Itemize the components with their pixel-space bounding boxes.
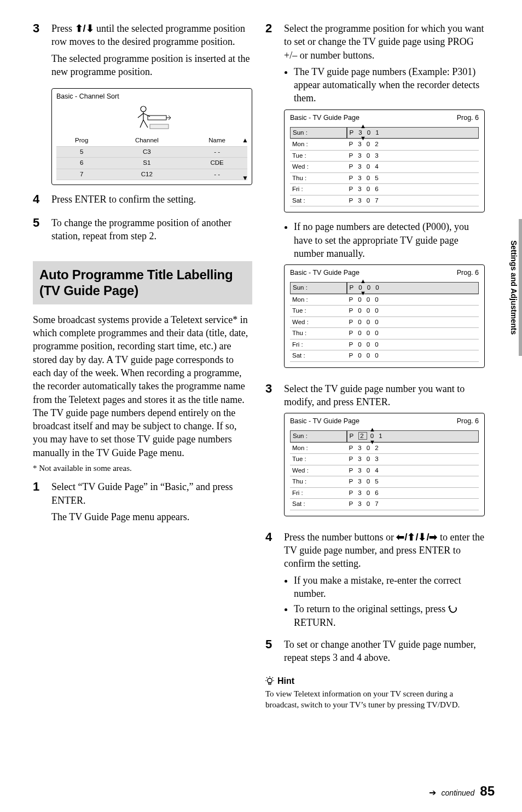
footer: ➔ continued 85 [429,782,495,800]
bullet-item: If no page numbers are detected (P000), … [294,220,485,260]
bullet-item: The TV guide page numbers (Example: P301… [294,65,485,105]
caret-up-icon: ▲ [369,427,375,433]
table-row: Wed :P 3 0 4 [290,161,479,172]
bullet-item: To return to the original settings, pres… [294,602,485,629]
tv-guide-panel: Basic - TV Guide Page Prog. 6 ▲ Sun :P 0… [284,264,485,367]
svg-point-0 [141,106,146,112]
step-text: Select “TV Guide Page” in “Basic,” and p… [51,480,252,507]
panel-title: Basic - TV Guide Page [290,113,359,123]
step-number: 3 [33,22,43,82]
tv-guide-table: Sun :P 3 0 1 Mon :P 3 0 2 Tue :P 3 0 3 W… [290,127,479,207]
table-row: 5 C3 - - [56,146,247,158]
step-text: To change the programme position of anot… [51,216,252,243]
caret-down-icon: ▼ [360,135,366,141]
sidebar-tab: Settings and Adjustments [509,219,522,356]
sidebar-indicator [519,219,522,356]
step-2-right: 2 Select the programme position for whic… [265,22,485,376]
table-row: Wed :P 0 0 0 [290,316,479,328]
table-row: Sun : P 2 0 1 [290,430,479,442]
hint-bulb-icon [265,676,274,686]
body-paragraph: Some broadcast systems provide a Teletex… [33,313,252,459]
continued-label: continued [442,788,475,798]
step-3-left: 3 Press ⬆/⬇ until the selected programme… [33,22,252,82]
step-5-left: 5 To change the programme position of an… [33,216,252,246]
tv-guide-table: Sun :P 0 0 0 Mon :P 0 0 0 Tue :P 0 0 0 W… [290,282,479,362]
panel-title: Basic - TV Guide Page [290,268,359,278]
step-3-right: 3 Select the TV guide page number you wa… [265,382,485,524]
svg-rect-2 [150,124,169,129]
page-number: 85 [480,782,495,800]
channel-sort-table: Prog Channel Name 5 C3 - - 6 S1 CDE [56,135,247,180]
table-row: Fri :P 3 0 6 [290,487,479,499]
hint-heading: Hint [265,675,485,687]
step-number: 3 [265,382,275,524]
table-row: Mon :P 0 0 0 [290,294,479,306]
col-header: Channel [107,135,187,146]
table-row: Mon :P 3 0 2 [290,442,479,454]
step-number: 1 [33,480,43,527]
tv-guide-table: Sun : P 2 0 1 Mon :P 3 0 2 Tue :P 3 0 3 … [290,430,479,510]
table-row: Fri :P 3 0 6 [290,183,479,195]
table-row: Sun :P 3 0 1 [290,127,479,139]
step-text: The TV Guide Page menu appears. [51,510,252,523]
step-4-left: 4 Press ENTER to confirm the setting. [33,193,252,209]
step-4-right: 4 Press the number buttons or ⬅/⬆/⬇/➡ to… [265,531,485,631]
hint-text: To view Teletext information on your TV … [265,688,485,711]
svg-rect-4 [269,683,271,684]
bullet-item: If you make a mistake, re-enter the corr… [294,574,485,601]
continued-arrow-icon: ➔ [429,787,436,799]
table-row: Tue :P 3 0 3 [290,150,479,162]
step-text: Press the number buttons or ⬅/⬆/⬇/➡ to e… [284,531,485,571]
table-row: Sat :P 0 0 0 [290,350,479,362]
hint-label: Hint [277,675,294,687]
caret-up-icon: ▲ [360,123,366,129]
col-header: Prog [56,135,107,146]
table-row: Sun :P 0 0 0 [290,282,479,294]
step-1-left: 1 Select “TV Guide Page” in “Basic,” and… [33,480,252,527]
step-number: 4 [33,193,43,209]
step-text: Select the programme position for which … [284,22,485,62]
footnote: * Not available in some areas. [33,463,252,474]
table-row: Sat :P 3 0 7 [290,498,479,510]
panel-prog: Prog. 6 [457,113,479,123]
step-text: Select the TV guide page number you want… [284,382,485,409]
person-moving-row-icon [56,103,247,135]
step-number: 5 [265,638,275,668]
table-row: Thu :P 0 0 0 [290,327,479,339]
step-5-right: 5 To set or change another TV guide page… [265,638,485,668]
step-text: Press ⬆/⬇ until the selected programme p… [51,22,252,49]
table-row: Mon :P 3 0 2 [290,139,479,150]
table-row: Tue :P 0 0 0 [290,305,479,316]
panel-title: Basic - TV Guide Page [290,417,359,426]
channel-sort-panel: Basic - Channel Sort ▲ Prog Channel [51,88,252,185]
scroll-up-icon: ▲ [242,136,248,145]
panel-prog: Prog. 6 [457,268,479,278]
table-row: Sat :P 3 0 7 [290,195,479,207]
caret-down-icon: ▼ [360,290,366,296]
return-icon [448,603,458,614]
table-row: Thu :P 3 0 5 [290,476,479,487]
table-row: Fri :P 0 0 0 [290,339,479,350]
panel-prog: Prog. 6 [457,417,479,426]
table-row: Tue :P 3 0 3 [290,453,479,465]
step-text: Press ENTER to confirm the setting. [51,193,252,206]
editable-digit: 2 [358,432,367,440]
up-down-icon: ⬆/⬇ [75,23,94,34]
table-row: 7 C12 - - [56,169,247,180]
caret-up-icon: ▲ [360,278,366,284]
step-text: The selected programme position is inser… [51,52,252,79]
table-row: Thu :P 3 0 5 [290,172,479,184]
four-way-arrow-icon: ⬅/⬆/⬇/➡ [396,532,437,543]
table-row: 6 S1 CDE [56,158,247,169]
table-row: Wed :P 3 0 4 [290,465,479,476]
step-text: To set or change another TV guide page n… [284,638,485,665]
svg-rect-1 [148,116,166,120]
tv-guide-panel: Basic - TV Guide Page Prog. 6 ▲ Sun :P 3… [284,110,485,212]
section-heading: Auto Programme Title Labelling (TV Guide… [33,261,252,304]
scroll-down-icon: ▼ [242,174,248,182]
caret-down-icon: ▼ [369,439,375,445]
sidebar-label: Settings and Adjustments [509,219,519,356]
step-number: 2 [265,22,275,376]
svg-point-3 [268,678,272,683]
col-header: Name [187,135,247,146]
